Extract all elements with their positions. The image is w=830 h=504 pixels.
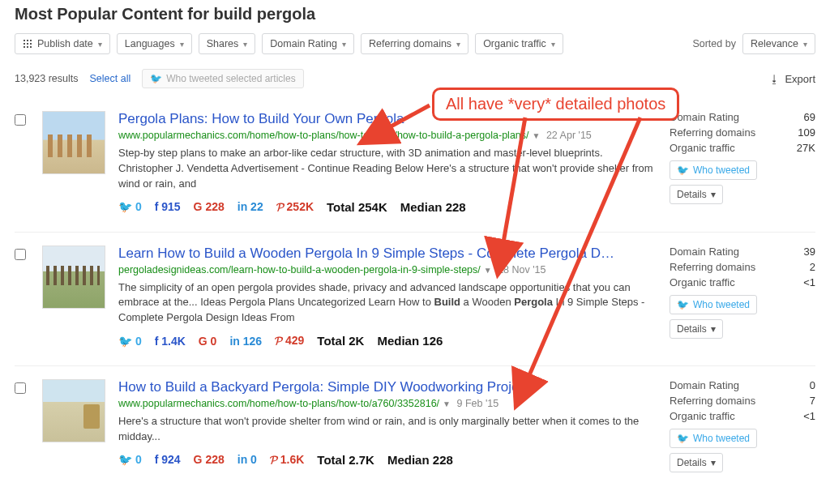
result-sidebar: Domain Rating0 Referring domains7 Organi… (670, 379, 815, 472)
twitter-icon: 🐦 (677, 164, 689, 176)
result-title-link[interactable]: How to Build a Backyard Pergola: Simple … (118, 379, 657, 395)
chevron-down-icon: ▾ (342, 40, 346, 49)
result-snippet: Here's a structure that won't provide sh… (118, 414, 657, 445)
twitter-shares: 🐦 0 (118, 335, 142, 348)
pinterest-shares: 𝓟 1.6K (270, 453, 304, 467)
who-tweeted-selected-button[interactable]: 🐦Who tweeted selected articles (142, 69, 303, 88)
google-shares: G 228 (194, 200, 225, 213)
result-row: Pergola Plans: How to Build Your Own Per… (15, 98, 815, 233)
pinterest-shares: 𝓟 429 (275, 334, 304, 348)
export-button[interactable]: ⭳Export (769, 73, 815, 85)
chevron-down-icon: ▾ (711, 457, 716, 468)
filter-publish-date[interactable]: Publish date▾ (15, 33, 110, 54)
result-checkbox[interactable] (15, 382, 26, 394)
sorted-by-select[interactable]: Relevance▾ (742, 33, 815, 54)
select-all-link[interactable]: Select all (90, 73, 131, 84)
export-icon: ⭳ (769, 73, 780, 85)
facebook-shares: f 915 (155, 200, 181, 213)
who-tweeted-button[interactable]: 🐦Who tweeted (670, 429, 757, 448)
result-thumbnail[interactable] (42, 379, 105, 442)
facebook-shares: f 924 (155, 453, 181, 466)
google-shares: G 228 (194, 453, 225, 466)
annotation-callout: All have *very* detailed photos (432, 88, 679, 121)
sorted-by-label: Sorted by (692, 38, 736, 49)
pinterest-shares: 𝓟 252K (276, 200, 314, 214)
linkedin-shares: in 22 (237, 200, 263, 213)
chevron-down-icon: ▾ (456, 40, 460, 49)
twitter-icon: 🐦 (150, 73, 162, 84)
chevron-down-icon: ▾ (803, 40, 807, 49)
twitter-icon: 🐦 (677, 433, 689, 444)
results-meta-row: 13,923 results Select all 🐦Who tweeted s… (15, 69, 815, 88)
result-url[interactable]: pergoladesignideas.com/learn-how-to-buil… (118, 264, 481, 275)
result-shares: 🐦 0 f 924 G 228 in 0 𝓟 1.6K Total 2.7K M… (118, 453, 657, 467)
who-tweeted-button[interactable]: 🐦Who tweeted (670, 160, 757, 180)
result-row: How to Build a Backyard Pergola: Simple … (15, 366, 815, 490)
result-date: 28 Nov '15 (498, 264, 545, 275)
who-tweeted-button[interactable]: 🐦Who tweeted (670, 295, 757, 314)
filter-organic-traffic[interactable]: Organic traffic▾ (475, 33, 563, 54)
chevron-down-icon: ▾ (180, 40, 184, 49)
result-snippet: The simplicity of an open pergola provid… (118, 280, 657, 327)
result-snippet: Step-by step plans to make an arbor-like… (118, 146, 657, 192)
linkedin-shares: in 0 (237, 453, 257, 466)
chevron-down-icon: ▾ (98, 40, 102, 49)
result-title-link[interactable]: Learn How to Build a Wooden Pergola In 9… (118, 246, 657, 262)
result-sidebar: Domain Rating69 Referring domains109 Org… (670, 111, 815, 214)
chevron-down-icon: ▾ (243, 40, 247, 49)
result-sidebar: Domain Rating39 Referring domains2 Organ… (670, 246, 815, 348)
details-button[interactable]: Details ▾ (670, 185, 723, 204)
chevron-down-icon: ▾ (711, 189, 716, 200)
result-url[interactable]: www.popularmechanics.com/home/how-to-pla… (118, 398, 439, 409)
result-checkbox[interactable] (15, 114, 26, 126)
details-button[interactable]: Details ▾ (670, 319, 723, 339)
twitter-shares: 🐦 0 (118, 200, 142, 213)
result-thumbnail[interactable] (42, 246, 105, 309)
chevron-down-icon[interactable]: ▼ (443, 399, 451, 408)
filter-domain-rating[interactable]: Domain Rating▾ (262, 33, 354, 54)
chevron-down-icon: ▾ (711, 323, 716, 335)
linkedin-shares: in 126 (229, 335, 262, 348)
twitter-shares: 🐦 0 (118, 453, 142, 466)
chevron-down-icon[interactable]: ▼ (484, 266, 492, 275)
facebook-shares: f 1.4K (155, 335, 186, 348)
chevron-down-icon: ▾ (551, 40, 555, 49)
page-title: Most Popular Content for build pergola (15, 5, 815, 23)
results-count: 13,923 results (15, 73, 79, 84)
twitter-icon: 🐦 (677, 299, 689, 310)
result-url[interactable]: www.popularmechanics.com/home/how-to-pla… (118, 130, 529, 141)
filters-bar: Publish date▾ Languages▾ Shares▾ Domain … (15, 33, 815, 54)
result-thumbnail[interactable] (42, 111, 105, 174)
google-shares: G 0 (199, 335, 217, 348)
filter-referring-domains[interactable]: Referring domains▾ (361, 33, 468, 54)
result-shares: 🐦 0 f 915 G 228 in 22 𝓟 252K Total 254K … (118, 200, 657, 214)
result-shares: 🐦 0 f 1.4K G 0 in 126 𝓟 429 Total 2K Med… (118, 334, 657, 348)
filter-languages[interactable]: Languages▾ (117, 33, 192, 54)
details-button[interactable]: Details ▾ (670, 453, 723, 472)
grid-icon (23, 39, 32, 49)
result-date: 22 Apr '15 (546, 130, 592, 141)
chevron-down-icon[interactable]: ▼ (533, 131, 541, 140)
result-checkbox[interactable] (15, 249, 26, 260)
filter-shares[interactable]: Shares▾ (199, 33, 256, 54)
result-date: 9 Feb '15 (456, 398, 498, 409)
result-row: Learn How to Build a Wooden Pergola In 9… (15, 233, 815, 367)
